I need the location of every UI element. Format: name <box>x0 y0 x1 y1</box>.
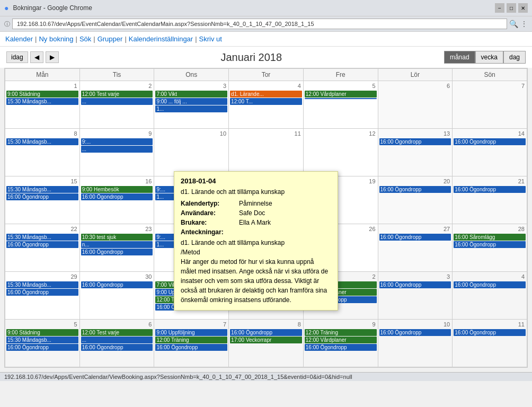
tooltip-brukare-row: Brukare: Ella A Mark <box>181 219 331 226</box>
zoom-icon: 🔍 <box>509 20 518 28</box>
day-number: 27 <box>379 225 451 233</box>
calendar-event[interactable]: 16:00 Ögondropp <box>379 138 451 145</box>
calendar-event[interactable]: 16:00 Ögondropp <box>81 281 153 288</box>
calendar-event[interactable]: 16:00 Ögondropp <box>379 186 451 193</box>
calendar-event[interactable]: 15:30 Måndagsb... <box>6 337 78 343</box>
calendar-event[interactable]: 16:00 Ögondropp <box>6 344 78 351</box>
calendar-event[interactable]: 16:00 Ögondropp <box>81 344 153 351</box>
cal-cell: 4d1. Lärande...12:00 T... <box>229 81 304 129</box>
calendar-event[interactable]: 9:00 Hembesök <box>81 186 153 193</box>
day-number: 6 <box>379 82 451 90</box>
calendar-event[interactable]: 16:00 Ögondropp <box>6 193 78 200</box>
tooltip-anteckningar-value: d1. Lärande och att tillämpa kunskap/Met… <box>181 238 331 305</box>
calendar-event[interactable]: 16:00 Ögondropp <box>454 281 526 288</box>
event-tooltip: 2018-01-04 d1. Lärande och att tillämpa … <box>174 171 338 311</box>
minimize-button[interactable]: − <box>495 3 504 13</box>
col-son: Sön <box>453 69 527 81</box>
day-number: 15 <box>6 178 78 185</box>
cal-cell: 12 <box>303 129 378 176</box>
calendar-event[interactable]: ... <box>81 337 153 343</box>
maximize-button[interactable]: □ <box>507 3 516 13</box>
view-buttons: månad vecka dag <box>444 51 526 64</box>
view-vecka[interactable]: vecka <box>475 51 503 64</box>
tooltip-anteckningar-label: Anteckningar: <box>181 228 331 236</box>
calendar-event[interactable]: 16:00 Ögondropp <box>6 241 78 248</box>
cal-cell: 10 <box>154 129 229 176</box>
next-button[interactable]: ▶ <box>46 51 59 63</box>
day-number: 7 <box>454 82 526 90</box>
calendar-event[interactable]: 16:00 Ögondropp <box>379 329 451 336</box>
cal-cell: 2116:00 Ögondropp <box>453 176 527 224</box>
view-manad[interactable]: månad <box>444 51 475 64</box>
calendar-event[interactable]: 12:00 Träning <box>305 329 377 336</box>
prev-button[interactable]: ◀ <box>30 51 43 63</box>
calendar-event[interactable]: d1. Lärande... <box>230 91 302 98</box>
calendar-event[interactable]: 12:00 Test varje <box>81 91 153 98</box>
nav-sok[interactable]: Sök <box>79 35 91 43</box>
calendar-event[interactable]: 12:00 T... <box>230 98 302 105</box>
tooltip-kalendertyp-row: Kalendertyp: Påminnelse <box>181 200 331 207</box>
calendar-event[interactable]: ... <box>81 146 153 153</box>
calendar-event[interactable]: 16:00 Ögondropp <box>6 289 78 296</box>
calendar-event[interactable]: 9:00 Städning <box>6 329 78 336</box>
calendar-event[interactable]: 16:00 Ögondropp <box>454 186 526 193</box>
calendar-event[interactable]: 12:00 Vårdplaner <box>305 337 377 343</box>
calendar-event[interactable]: ... <box>81 98 153 105</box>
day-number: 22 <box>6 225 78 233</box>
day-number: 10 <box>155 130 227 137</box>
calendar-event[interactable]: 15:30 Måndagsb... <box>6 98 78 105</box>
nav-grupper[interactable]: Grupper <box>97 35 123 43</box>
calendar-event[interactable] <box>305 98 377 99</box>
calendar-event[interactable]: 16:00 Ögondropp <box>81 249 153 255</box>
calendar-event[interactable]: 16:00 Ögondropp <box>454 329 526 336</box>
calendar-event[interactable]: 16:00 Ögondropp <box>155 344 227 351</box>
today-button[interactable]: idag <box>6 51 28 63</box>
day-number: 12 <box>305 130 377 137</box>
calendar-event[interactable]: 16:00 Ögondropp <box>454 241 526 248</box>
calendar-event[interactable]: 12:00 Test varje <box>81 329 153 336</box>
address-bar[interactable] <box>12 19 507 29</box>
calendar-event[interactable]: 15:30 Måndagsb... <box>6 186 78 193</box>
cal-cell: 2915:30 Måndagsb...16:00 Ögondropp <box>5 272 80 320</box>
calendar-event[interactable]: 7:00 Vikt <box>155 91 227 98</box>
day-number: 8 <box>6 130 78 137</box>
tooltip-kalendertyp-value: Påminnelse <box>239 200 331 207</box>
day-number: 21 <box>454 178 526 185</box>
info-icon: ⓘ <box>4 20 10 28</box>
calendar-event[interactable]: 9:00 Städning <box>6 91 78 98</box>
calendar-event[interactable]: 9:... <box>81 138 153 145</box>
status-bar: 192.168.10.67/dev/Apps/EventCalendar/Vie… <box>0 372 532 381</box>
cal-cell: 1016:00 Ögondropp <box>378 320 453 367</box>
day-number: 28 <box>454 225 526 233</box>
cal-cell: 1116:00 Ögondropp <box>453 320 527 367</box>
calendar-event[interactable]: 10:30 test sjuk <box>81 234 153 241</box>
nav-ny-bokning[interactable]: Ny bokning <box>39 35 73 43</box>
nav-kalender[interactable]: Kalender <box>5 35 33 43</box>
calendar-event[interactable]: 16:00 Ögondropp <box>379 281 451 288</box>
calendar-event[interactable]: 9:00 Uppföljning <box>155 329 227 336</box>
nav-kalenderinstallningar[interactable]: Kalenderinställningar <box>129 35 193 43</box>
calendar-event[interactable]: 9:00 ... följ ... <box>155 98 227 105</box>
calendar-event[interactable]: 16:00 Ögondropp <box>379 234 451 241</box>
calendar-event[interactable]: 17:00 Veckorrapr <box>230 337 302 343</box>
calendar-event[interactable]: 12:00 Träning <box>155 337 227 343</box>
calendar-event[interactable]: 15:30 Måndagsb... <box>6 138 78 145</box>
day-number: 1 <box>6 82 78 90</box>
close-button[interactable]: ✕ <box>518 3 528 13</box>
cal-cell: 59:00 Städning15:30 Måndagsb...16:00 Ögo… <box>5 320 80 367</box>
calendar-event[interactable]: 15:30 Måndagsb... <box>6 281 78 288</box>
cal-cell: 212:00 Test varje... <box>79 81 154 129</box>
calendar-event[interactable]: 12:00 Vårdplaner <box>305 91 377 98</box>
calendar-event[interactable]: 16:00 Ögondropp <box>305 344 377 351</box>
calendar-event[interactable]: 16:00 Ögondropp <box>230 329 302 336</box>
view-dag[interactable]: dag <box>503 51 526 64</box>
calendar-event[interactable]: 1... <box>155 105 227 112</box>
calendar-event[interactable]: 16:00 Såromlägg <box>454 234 526 241</box>
cal-cell: 816:00 Ögondropp17:00 Veckorrapr <box>229 320 304 367</box>
calendar-event[interactable]: 16:00 Ögondropp <box>81 193 153 200</box>
nav-skriv-ut[interactable]: Skriv ut <box>199 35 222 43</box>
calendar-event[interactable]: n... <box>81 241 153 248</box>
calendar-event[interactable]: 16:00 Ögondropp <box>454 138 526 145</box>
calendar-event[interactable]: 15:30 Måndagsb... <box>6 234 78 241</box>
cal-cell: 99:...... <box>79 129 154 176</box>
